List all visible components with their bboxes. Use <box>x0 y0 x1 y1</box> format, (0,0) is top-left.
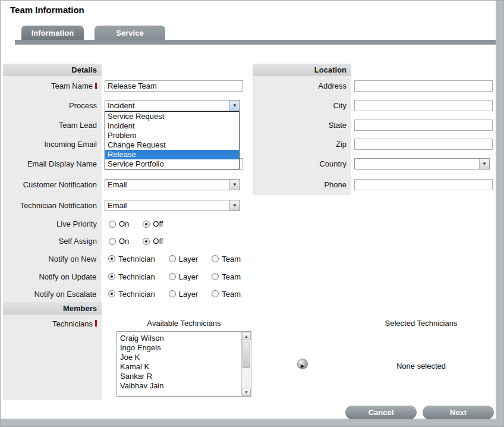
members-header: Members <box>3 302 102 315</box>
city-row: City <box>253 96 496 115</box>
notify-on-escalate-row: Notify on Escalate Technician Layer Team <box>3 285 250 302</box>
phone-input[interactable] <box>354 179 493 190</box>
technicians-label: Technicians <box>3 315 102 400</box>
dropdown-option-change-request[interactable]: Change Request <box>105 140 239 150</box>
radio-icon <box>109 221 116 228</box>
chevron-down-icon[interactable]: ▼ <box>229 101 240 111</box>
scrollbar[interactable]: ▲ ▼ <box>241 332 251 396</box>
notify-on-new-label: Notify on New <box>3 250 101 268</box>
scroll-down-icon[interactable]: ▼ <box>242 388 251 396</box>
country-row: Country ▼ <box>253 153 496 174</box>
country-select[interactable]: ▼ <box>354 158 490 169</box>
self-assign-row: Self Assign On Off <box>3 233 250 250</box>
address-row: Address <box>253 76 496 96</box>
list-item[interactable]: Vaibhav Jain <box>117 381 251 391</box>
play-icon: ▶ <box>301 363 304 369</box>
zip-label: Zip <box>253 134 351 153</box>
team-name-input[interactable] <box>105 80 243 92</box>
chevron-down-icon[interactable]: ▼ <box>229 200 240 211</box>
radio-notify-new-layer[interactable]: Layer <box>169 255 199 263</box>
zip-row: Zip <box>253 134 496 153</box>
country-label: Country <box>253 153 351 174</box>
phone-label: Phone <box>253 174 351 195</box>
radio-icon <box>169 273 176 280</box>
live-priority-row: Live Priority On Off <box>3 215 250 233</box>
radio-self-assign-off[interactable]: Off <box>143 237 163 246</box>
tab-bar-ribbon <box>15 40 496 45</box>
required-marker-icon <box>95 320 97 326</box>
radio-icon <box>109 238 116 245</box>
available-technicians-list[interactable]: Craig Wilson Ingo Engels Joe K Kamal K S… <box>116 331 251 397</box>
radio-checked-icon <box>108 290 115 297</box>
cancel-button[interactable]: Cancel <box>345 406 417 419</box>
dropdown-option-service-portfolio[interactable]: Service Portfolio <box>105 159 239 169</box>
radio-live-priority-on[interactable]: On <box>109 219 129 228</box>
details-header: Details <box>3 64 102 76</box>
radio-icon <box>169 290 176 297</box>
radio-icon <box>212 273 219 280</box>
radio-icon <box>169 255 176 262</box>
scrollbar-thumb[interactable] <box>242 341 250 368</box>
available-technicians-label: Available Technicians <box>116 319 251 328</box>
window-bottom-border <box>1 419 503 426</box>
radio-notify-escalate-layer[interactable]: Layer <box>169 290 199 299</box>
radio-notify-update-layer[interactable]: Layer <box>169 272 199 281</box>
email-display-name-label: Email Display Name <box>3 153 102 174</box>
process-dropdown-list: Service Request Incident Problem Change … <box>105 111 240 169</box>
customer-notification-select[interactable]: Email ▼ <box>105 179 240 190</box>
radio-notify-escalate-team[interactable]: Team <box>212 290 241 299</box>
radio-notify-new-technician[interactable]: Technician <box>108 255 155 263</box>
incoming-email-label: Incoming Email <box>3 134 102 153</box>
tab-service[interactable]: Service <box>94 26 165 40</box>
dropdown-option-problem[interactable]: Problem <box>105 131 239 140</box>
city-input[interactable] <box>354 100 493 111</box>
process-label: Process <box>3 96 102 115</box>
chevron-down-icon[interactable]: ▼ <box>229 180 240 190</box>
technician-notification-select[interactable]: Email ▼ <box>105 200 240 211</box>
process-select[interactable]: Incident ▼ <box>105 100 240 111</box>
dropdown-option-service-request[interactable]: Service Request <box>105 112 239 121</box>
radio-self-assign-on[interactable]: On <box>109 237 129 246</box>
phone-row: Phone <box>253 174 496 195</box>
window-right-border <box>496 1 503 426</box>
self-assign-label: Self Assign <box>3 233 102 250</box>
radio-notify-new-team[interactable]: Team <box>212 255 241 263</box>
dropdown-option-release[interactable]: Release <box>105 150 239 159</box>
zip-input[interactable] <box>354 139 493 150</box>
radio-checked-icon <box>143 221 150 228</box>
next-button[interactable]: Next <box>423 406 494 419</box>
state-input[interactable] <box>354 120 493 131</box>
location-section: Location Address City State Zip Country … <box>253 64 496 195</box>
technician-notification-label: Technician Notification <box>3 195 102 215</box>
notify-on-update-label: Notify on Update <box>3 268 101 285</box>
radio-notify-escalate-technician[interactable]: Technician <box>108 290 155 299</box>
chevron-down-icon[interactable]: ▼ <box>479 159 489 169</box>
dropdown-option-incident[interactable]: Incident <box>105 121 239 131</box>
none-selected-text: None selected <box>357 362 485 371</box>
team-lead-label: Team Lead <box>3 115 102 134</box>
live-priority-label: Live Priority <box>3 215 102 233</box>
list-item[interactable]: Sankar R <box>117 372 251 381</box>
team-name-row: Team Name <box>3 76 250 96</box>
required-marker-icon <box>95 83 97 89</box>
radio-notify-update-team[interactable]: Team <box>212 272 241 281</box>
radio-checked-icon <box>108 255 115 262</box>
address-label: Address <box>253 76 351 96</box>
details-section: Details Team Name Process Incident ▼ Tea… <box>3 64 250 302</box>
scroll-up-icon[interactable]: ▲ <box>242 332 251 340</box>
customer-notification-row: Customer Notification Email ▼ <box>3 174 250 195</box>
radio-notify-update-technician[interactable]: Technician <box>108 272 155 281</box>
list-item[interactable]: Craig Wilson <box>117 334 251 343</box>
tab-information[interactable]: Information <box>21 26 84 40</box>
selected-technicians-label: Selected Technicians <box>357 319 485 328</box>
list-item[interactable]: Ingo Engels <box>117 343 251 353</box>
radio-live-priority-off[interactable]: Off <box>143 219 163 228</box>
technician-notification-row: Technician Notification Email ▼ <box>3 195 250 215</box>
move-right-button[interactable]: ▶ <box>297 359 308 369</box>
list-item[interactable]: Kamal K <box>117 362 251 372</box>
radio-icon <box>212 255 219 262</box>
address-input[interactable] <box>354 80 493 92</box>
radio-checked-icon <box>108 273 115 280</box>
city-label: City <box>253 96 351 115</box>
list-item[interactable]: Joe K <box>117 353 251 362</box>
